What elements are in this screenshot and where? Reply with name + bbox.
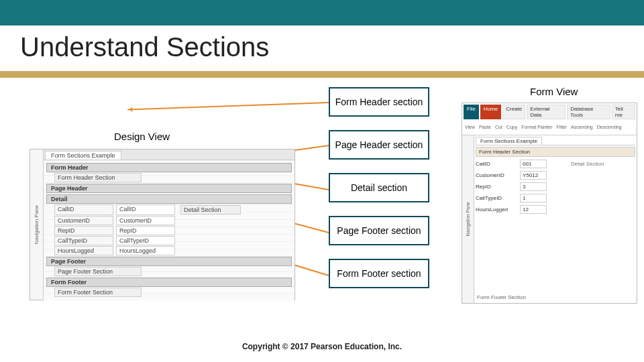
fv-tool-asc: Ascending — [571, 125, 593, 129]
callout-form-header: Form Header section — [329, 87, 429, 117]
dv-control-hourslogged: HoursLogged — [116, 246, 175, 255]
fv-tool-view: View — [465, 125, 475, 129]
fv-k-repid: RepID — [476, 184, 516, 190]
fv-ribbon: File Home Create External Data Database … — [462, 103, 637, 135]
fv-tab-tellme: Tell me — [612, 105, 635, 119]
fv-v-callid: 001 — [520, 160, 547, 168]
dv-label-callid: CallID — [54, 204, 113, 215]
dv-row-callid: CallID CallID Detail Section — [54, 204, 292, 215]
dv-control-repid: RepID — [116, 226, 175, 235]
dv-control-customerid: CustomerID — [116, 216, 175, 225]
fv-tool-cut: Cut — [495, 125, 502, 129]
title-band — [0, 0, 644, 25]
fv-form-tab: Form Sections Example — [476, 137, 542, 145]
dv-page-footer-bar: Page Footer — [46, 257, 292, 266]
fv-tool-fmt: Format Painter — [521, 125, 552, 129]
dv-body: Form Header Form Header Section Page Hea… — [44, 160, 294, 300]
fv-form-header-section: Form Header Section — [476, 147, 635, 157]
callout-page-footer: Page Footer section — [329, 216, 429, 245]
design-view-screenshot: Navigation Pane Form Sections Example Fo… — [30, 149, 295, 300]
fv-v-repid: 3 — [520, 182, 547, 191]
fv-ribbon-tabs: File Home Create External Data Database … — [462, 103, 637, 119]
fv-tool-paste: Paste — [479, 125, 491, 129]
dv-tab-bar: Form Sections Example — [44, 149, 294, 160]
dv-page-header-bar: Page Header — [46, 184, 292, 193]
arrow-form-header — [127, 102, 329, 110]
dv-row-customerid: CustomerID CustomerID — [54, 216, 292, 225]
fv-detail-label: Detail Section — [571, 161, 604, 167]
design-view-label: Design View — [114, 131, 170, 142]
dv-page-footer-text: Page Footer Section — [54, 267, 142, 276]
dv-form-footer-bar: Form Footer — [46, 278, 292, 287]
fv-tool-desc: Descending — [597, 125, 622, 129]
dv-form-footer-text: Form Footer Section — [54, 288, 142, 297]
copyright: Copyright © 2017 Pearson Education, Inc. — [0, 342, 644, 351]
title-underline — [0, 71, 644, 78]
fv-navigation-pane: Navigation Pane — [462, 135, 474, 303]
fv-v-customerid: Y5012 — [520, 171, 547, 180]
dv-label-hourslogged: HoursLogged — [54, 246, 113, 255]
fv-tabbar: Form Sections Example — [476, 137, 635, 145]
fv-row-calltypeid: CallTypeID 1 — [476, 194, 635, 202]
dv-row-hourslogged: HoursLogged HoursLogged — [54, 246, 292, 255]
fv-ribbon-tools: View Paste Cut Copy Format Painter Filte… — [462, 119, 637, 135]
dv-label-customerid: CustomerID — [54, 216, 113, 225]
fv-row-customerid: CustomerID Y5012 — [476, 171, 635, 180]
callout-page-header: Page Header section — [329, 130, 429, 160]
fv-k-callid: CallID — [476, 161, 516, 167]
fv-v-hourslogged: 12 — [520, 205, 547, 214]
dv-form-header-text: Form Header Section — [54, 173, 142, 182]
dv-row-calltypeid: CallTypeID CallTypeID — [54, 236, 292, 245]
dv-form-header-bar: Form Header — [46, 163, 292, 172]
fv-row-hourslogged: HoursLogged 12 — [476, 205, 635, 214]
dv-nav-label: Navigation Pane — [34, 205, 40, 245]
fv-form-footer-section: Form Footer Section — [477, 294, 526, 300]
fv-k-calltypeid: CallTypeID — [476, 195, 516, 201]
callout-detail: Detail section — [329, 173, 429, 202]
slide-title: Understand Sections — [20, 32, 269, 62]
callout-stack: Form Header section Page Header section … — [329, 87, 429, 288]
fv-tab-external: External Data — [527, 105, 566, 119]
fv-tab-create: Create — [502, 105, 525, 119]
dv-control-callid: CallID — [116, 204, 175, 215]
fv-row-repid: RepID 3 — [476, 182, 635, 191]
form-view-screenshot: File Home Create External Data Database … — [462, 103, 637, 304]
fv-tab-dbtools: Database Tools — [567, 105, 610, 119]
fv-row-callid: CallID 001 Detail Section — [476, 160, 635, 168]
dv-label-calltypeid: CallTypeID — [54, 236, 113, 245]
dv-navigation-pane: Navigation Pane — [30, 149, 44, 300]
dv-detail-text: Detail Section — [180, 205, 241, 215]
fv-v-calltypeid: 1 — [520, 194, 547, 202]
dv-row-repid: RepID RepID — [54, 226, 292, 235]
dv-form-tab: Form Sections Example — [45, 151, 121, 160]
fv-nav-label: Navigation Pane — [466, 202, 470, 236]
callout-form-footer: Form Footer section — [329, 259, 429, 288]
fv-k-hourslogged: HoursLogged — [476, 206, 516, 213]
dv-detail-bar: Detail — [46, 194, 292, 204]
fv-k-customerid: CustomerID — [476, 172, 516, 178]
dv-control-calltypeid: CallTypeID — [116, 236, 175, 245]
fv-main: Form Sections Example Form Header Sectio… — [474, 135, 637, 218]
fv-tab-file: File — [464, 105, 479, 119]
dv-label-repid: RepID — [54, 226, 113, 235]
fv-tab-home: Home — [480, 105, 501, 119]
form-view-label: Form View — [530, 86, 578, 97]
fv-tool-filter: Filter — [557, 125, 568, 129]
fv-tool-copy: Copy — [506, 125, 517, 129]
